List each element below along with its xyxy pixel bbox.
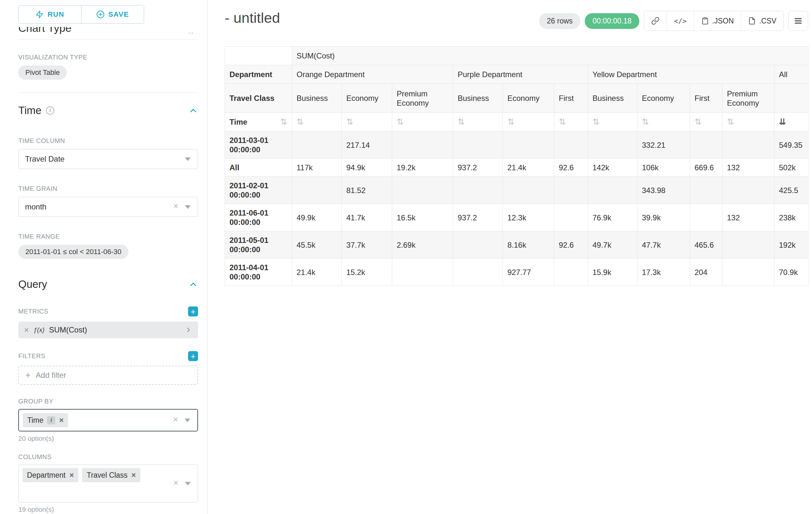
chevron-up-icon[interactable] [188,106,198,115]
query-section-header[interactable]: Query [18,278,198,290]
value-cell: 41.7k [342,204,392,231]
clear-icon[interactable]: × [173,414,178,425]
time-grain-select[interactable]: month × [18,197,198,217]
time-range-label: TIME RANGE [18,233,198,240]
sort-icon[interactable]: ⇅ [642,117,649,127]
sort-icon-active[interactable]: ⇊ [779,117,786,127]
value-cell: 502k [775,159,809,177]
sort-cell: ⇅ [588,113,637,131]
value-cell [503,131,554,159]
columns-chip-area: Department×Travel Class× [23,468,140,482]
sort-icon[interactable]: ⇅ [280,117,287,127]
subcolumn-header: Business [453,84,503,113]
metric-chip[interactable]: × ƒ(x) SUM(Cost) [18,322,198,338]
sort-cell: ⇅ [453,113,503,131]
pivot-groups-row: Department Orange DepartmentPurple Depar… [225,65,809,84]
sort-icon[interactable]: ⇅ [397,117,404,127]
export-csv-button[interactable]: .CSV [741,11,783,30]
sort-icon[interactable]: ⇅ [346,117,353,127]
time-section-header[interactable]: Time i [18,104,198,117]
sort-icon[interactable]: ⇅ [508,117,515,127]
value-cell: 343.98 [637,177,690,204]
chart-panel: - untitled 26 rows 00:00:00.18 </> .JSON [208,0,812,514]
value-cell: 94.9k [342,159,392,177]
value-cell: 49.7k [588,231,637,259]
sort-icon[interactable]: ⇅ [727,117,734,127]
visualization-type-label: VISUALIZATION TYPE [18,54,198,61]
sort-icon[interactable]: ⇅ [695,117,702,127]
table-row: 2011-04-01 00:00:0021.4k15.2k927.7715.9k… [225,259,809,286]
remove-chip-icon[interactable]: × [59,416,63,425]
sort-cell: ⇅ [292,113,342,131]
add-filter-placeholder: Add filter [36,371,66,380]
chip-label: Travel Class [87,471,127,480]
sort-icon[interactable]: ⇅ [296,117,303,127]
clear-icon[interactable]: × [173,201,178,211]
corner-cell [225,47,292,65]
embed-code-button[interactable]: </> [667,11,694,30]
pivot-subcols-row: Travel Class BusinessEconomyPremium Econ… [225,84,809,113]
pivot-metric-row: SUM(Cost) [225,47,809,65]
add-filter-dropzone[interactable]: + Add filter [18,366,198,385]
value-cell: 15.2k [342,259,392,286]
add-filter-button[interactable]: + [188,351,198,361]
value-cell: 92.6 [554,231,588,259]
time-range-pill[interactable]: 2011-01-01 ≤ col < 2011-06-30 [18,245,128,259]
export-json-button[interactable]: .JSON [694,11,741,30]
value-cell: 15.9k [588,259,637,286]
value-cell: 927.77 [503,259,554,286]
add-metric-button[interactable]: + [188,306,198,317]
value-cell: 39.9k [637,204,690,231]
selected-option-chip[interactable]: Travel Class× [82,468,140,482]
subcolumn-header: Business [292,84,342,113]
clipboard-icon [701,17,709,25]
chevron-down-icon[interactable] [184,418,190,422]
chevron-up-icon[interactable] [188,279,198,289]
chevron-down-icon[interactable] [185,482,191,485]
more-options-button[interactable] [788,11,808,31]
info-icon[interactable]: i [46,106,54,115]
value-cell [722,131,775,159]
value-cell: 132 [722,159,775,177]
visualization-type-pill[interactable]: Pivot Table [18,65,67,80]
group-by-select[interactable]: Timei× × [18,409,198,431]
chevron-down-icon[interactable] [185,205,191,209]
pivot-body: 2011-03-01 00:00:00217.14332.21549.35All… [225,131,809,286]
remove-metric-icon[interactable]: × [24,325,29,335]
columns-select[interactable]: Department×Travel Class× × [18,464,198,503]
clear-icon[interactable]: × [173,478,178,488]
run-button[interactable]: RUN [19,5,81,23]
sort-icon[interactable]: ⇅ [592,117,600,127]
info-icon[interactable]: i [47,416,55,424]
column-group-header: Yellow Department [588,65,775,84]
value-cell: 465.6 [690,231,722,259]
page-title: - untitled [225,10,280,26]
metrics-label: METRICS [18,308,49,315]
value-cell [690,204,722,231]
table-row: All117k94.9k19.2k937.221.4k92.6142k106k6… [225,159,809,177]
value-cell: 217.14 [342,131,392,159]
control-panel-sidebar: RUN SAVE Chart Type ‥ VISUALIZATION TYPE… [0,0,208,514]
value-cell: 16.5k [392,204,453,231]
value-cell [722,259,775,286]
value-cell: 549.35 [775,131,809,159]
remove-chip-icon[interactable]: × [131,470,136,480]
time-column-select[interactable]: Travel Date [18,149,198,169]
selected-option-chip[interactable]: Department× [23,468,78,482]
selected-option-chip[interactable]: Timei× [23,413,68,427]
collapse-icon[interactable]: ‥ [188,27,195,36]
chevron-right-icon[interactable] [184,326,192,334]
save-button[interactable]: SAVE [81,5,144,23]
sort-cell: ⇅ [342,113,392,131]
subcolumn-header: Business [588,84,637,113]
value-cell: 49.9k [292,204,342,231]
value-cell: 425.5 [775,177,809,204]
time-grain-value: month [25,202,47,211]
row-header: All [225,159,292,177]
remove-chip-icon[interactable]: × [69,470,74,480]
chevron-down-icon[interactable] [185,157,191,161]
sort-icon[interactable]: ⇅ [559,117,566,127]
copy-link-button[interactable] [644,11,667,30]
value-cell [453,231,503,259]
sort-icon[interactable]: ⇅ [458,117,465,127]
